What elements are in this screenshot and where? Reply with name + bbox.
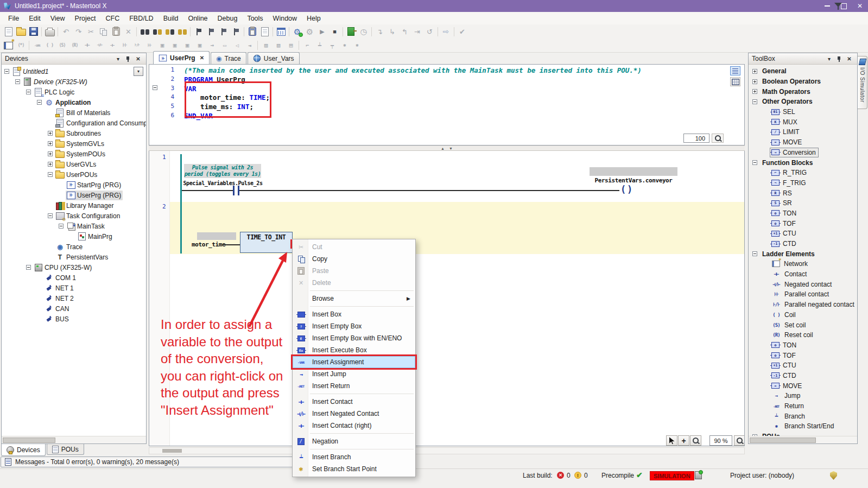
ladder-hscrollbar[interactable] [149,447,745,454]
menu-item-set-branch-start-point[interactable]: ✱Set Branch Start Point [293,463,415,475]
new-object-button[interactable] [258,26,271,37]
insert-contact-button[interactable]: ⊣⊢ [81,40,93,52]
insert-set-coil-button[interactable]: (S) [56,40,68,52]
tab-pous[interactable]: POUs [47,444,84,455]
tree-item-systempous[interactable]: SystemPOUs [2,149,146,159]
toolbox-item-f-trig[interactable]: ¬F_TRIG [749,178,857,188]
toolbox-expander-icon[interactable] [752,79,757,84]
branch-end-button[interactable]: ✱ [351,40,363,52]
tree-expander-icon[interactable] [48,131,53,136]
coil-symbol[interactable]: ) [627,184,632,195]
tree-item-application[interactable]: ⚙Application [2,97,146,107]
menu-item-insert-contact-right[interactable]: ⊣⊢Insert Contact (right) [293,420,415,432]
menu-item-tools[interactable]: Tools [242,13,268,24]
menu-item-edit[interactable]: Edit [24,13,46,24]
stop-button[interactable]: ■ [328,26,341,37]
coil-operand-label[interactable]: PersistentVars.conveyor [590,177,677,184]
menu-item-file[interactable]: File [3,13,24,24]
toolbox-hscrollbar[interactable] [749,436,857,443]
delete-button[interactable]: ✕ [122,26,135,37]
insert-return-button[interactable]: ◁ [231,40,243,52]
cut-button[interactable]: ✂ [85,26,97,37]
insert-execute-box-button[interactable]: ▣ [193,40,206,52]
contact-operand-label[interactable]: Special_Variables.Pulse_2s [175,180,270,186]
menu-item-insert-jump[interactable]: →Insert Jump [293,368,415,380]
tree-expander-icon[interactable] [48,213,53,218]
insert-reset-coil-button[interactable]: (R) [68,40,81,52]
security-shield-icon[interactable] [830,471,837,480]
set-branch-start-button[interactable]: ✱ [338,40,351,52]
tree-expander-icon[interactable] [48,162,53,167]
code-line[interactable]: 1(*The main code inserted by the user an… [149,66,744,75]
tree-item-userprg-prg[interactable]: UserPrg (PRG) [2,190,146,200]
branch-below-button[interactable]: ┯ [326,40,338,52]
toolbox-item-branch[interactable]: ┷Branch [749,411,857,421]
tree-item-subroutines[interactable]: Subroutines [2,128,146,138]
menu-item-insert-branch[interactable]: ┷Insert Branch [293,451,415,463]
toolbox-expander-icon[interactable] [752,251,757,256]
build-button[interactable] [275,26,287,37]
ladder-zoom-icon[interactable] [734,435,745,446]
menu-item-insert-contact[interactable]: ⊣⊢Insert Contact [293,396,415,408]
tree-expander-icon[interactable] [48,141,53,146]
insert-empty-box-button[interactable]: ▣ [168,40,181,52]
menu-item-insert-negated-contact[interactable]: ⊣/⊢Insert Negated Contact [293,408,415,420]
tree-expander-icon[interactable] [48,172,53,177]
tree-item-mainprg[interactable]: MainPrg [2,231,146,242]
tree-item-bus[interactable]: BUS [2,314,146,324]
toolbox-item-sr[interactable]: SSR [749,198,857,208]
splitter-down-icon[interactable]: ▼ [449,147,453,150]
toggle-bookmark-button[interactable] [192,26,205,37]
editor-tab-user-vars[interactable]: User_Vars [248,52,300,64]
toolbox-item-tof[interactable]: ʘTOF [749,350,857,360]
menu-item-debug[interactable]: Debug [213,13,243,24]
insert-input-button[interactable]: ⇥ [243,40,256,52]
tree-item-can[interactable]: CAN [2,303,146,314]
coil-symbol[interactable]: ( [620,184,626,195]
clear-bookmarks-button[interactable] [230,26,242,37]
toolbox-item-branch-start-end[interactable]: ✱Branch Start/End [749,421,857,432]
contact-symbol[interactable] [233,186,235,195]
menu-item-window[interactable]: Window [268,13,302,24]
close-button[interactable]: ✕ [852,0,868,12]
messages-bar[interactable]: Messages - Total 0 error(s), 0 warning(s… [1,457,341,467]
toolbox-item-move[interactable]: =MOVE [749,381,857,391]
runtime-clock-button[interactable]: ◷ [357,26,370,37]
menu-item-insert-box[interactable]: Insert Box [293,308,415,320]
insert-contact-right-button[interactable]: ⊣⊢ [106,40,118,52]
menu-item-project[interactable]: Project [70,13,101,24]
tree-expander-icon[interactable] [48,151,53,156]
toolbox-item-mux[interactable]: KMUX [749,117,857,127]
find-objects-button[interactable] [163,26,176,37]
toolbox-group-pous[interactable]: POUs [749,432,857,436]
tree-expander-icon[interactable] [37,100,42,105]
toolbox-item-sel[interactable]: 01SEL [749,107,857,117]
menu-item-paste[interactable]: Paste [293,265,415,277]
menu-item-insert-empty-box[interactable]: ?Insert Empty Box [293,320,415,332]
insert-network-button[interactable] [2,40,15,52]
tree-expander-icon[interactable] [59,224,64,229]
insert-parallel-negated-contact-button[interactable]: ⊦/⊦ [131,40,143,52]
insert-jump-button[interactable]: → [206,40,218,52]
toolbox-item-ton[interactable]: ʘTON [749,208,857,219]
toolbox-item-move[interactable]: =MOVE [749,137,857,148]
step-over-button[interactable]: ↴ [373,26,386,37]
toolbox-item-ctu[interactable]: +1CTU [749,360,857,371]
toolbox-group-general[interactable]: General [749,66,857,77]
toolbox-item-ctd[interactable]: -1CTD [749,371,857,381]
devices-close-icon[interactable]: ✕ [134,56,143,62]
tree-item-bill-of-materials[interactable]: Bill of Materials [2,107,146,118]
login-button[interactable]: ⚙ [291,26,303,37]
reset-button[interactable]: ↺ [423,26,436,37]
tree-item-usergvls[interactable]: UserGVLs [2,159,146,169]
insert-box-button[interactable]: ▣ [156,40,168,52]
tree-expander-icon[interactable] [4,69,9,74]
toolbox-item-coil[interactable]: ( )Coil [749,310,857,320]
tree-expander-icon[interactable] [26,90,31,94]
tree-item-library-manager[interactable]: Library Manager [2,200,146,211]
io-simulator-tab[interactable]: I/O Simulator [858,56,867,109]
toolbox-expander-icon[interactable] [752,160,757,165]
tree-item-persistentvars[interactable]: TPersistentVars [2,252,146,262]
run-to-cursor-button[interactable]: ⇥ [411,26,423,37]
rung1-comment[interactable]: Pulse signal with 2s period (toggles eve… [184,164,261,178]
